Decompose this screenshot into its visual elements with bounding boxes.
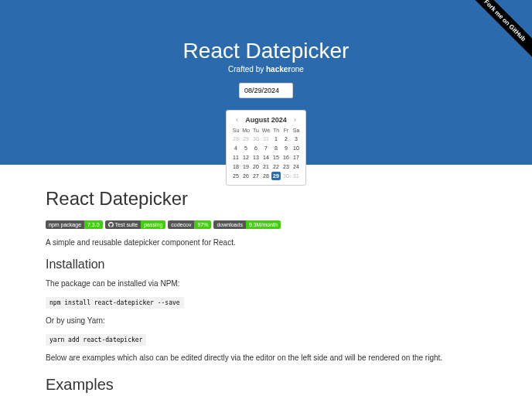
dow-header: Su [231, 127, 240, 134]
calendar-day[interactable]: 30 [281, 172, 291, 180]
calendar-day[interactable]: 1 [271, 135, 281, 143]
calendar-day[interactable]: 30 [251, 135, 261, 143]
calendar-day[interactable]: 11 [231, 153, 240, 162]
badge[interactable]: codecov97% [168, 220, 211, 229]
calendar-day[interactable]: 24 [292, 162, 301, 171]
calendar-day[interactable]: 12 [241, 153, 251, 162]
dow-header: We [261, 127, 271, 134]
calendar-day[interactable]: 29 [271, 172, 281, 180]
date-input[interactable] [239, 83, 293, 98]
install-text-npm: The package can be installed via NPM: [46, 279, 486, 288]
install-text-yarn: Or by using Yarn: [46, 316, 486, 325]
calendar-day[interactable]: 23 [281, 162, 291, 171]
calendar-day[interactable]: 20 [251, 162, 261, 171]
calendar-day[interactable]: 16 [281, 153, 291, 162]
npm-command: npm install react-datepicker --save [46, 297, 184, 309]
calendar-day[interactable]: 31 [292, 172, 301, 180]
dow-header: Tu [251, 127, 261, 134]
calendar-day[interactable]: 29 [241, 135, 251, 143]
examples-heading: Examples [46, 376, 486, 394]
badge[interactable]: downloads9.3M/month [213, 220, 280, 229]
github-ribbon[interactable]: Fork me on GitHub [455, 0, 532, 77]
calendar-day[interactable]: 17 [292, 153, 301, 162]
calendar-day[interactable]: 8 [271, 144, 281, 152]
dow-header: Fr [281, 127, 291, 134]
prev-month-button[interactable]: ‹ [233, 115, 241, 124]
calendar-day[interactable]: 28 [261, 172, 271, 180]
calendar-day[interactable]: 10 [292, 144, 301, 152]
dow-header: Th [271, 127, 281, 134]
calendar-day[interactable]: 9 [281, 144, 291, 152]
calendar-day[interactable]: 15 [271, 153, 281, 162]
calendar-day[interactable]: 27 [251, 172, 261, 180]
install-text-examples: Below are examples which also can be edi… [46, 353, 486, 362]
calendar-day[interactable]: 22 [271, 162, 281, 171]
calendar-day[interactable]: 6 [251, 144, 261, 152]
description: A simple and reusable datepicker compone… [46, 238, 486, 247]
page-title: React Datepicker [46, 188, 486, 210]
calendar-day[interactable]: 7 [261, 144, 271, 152]
hero-title: React Datepicker [0, 39, 532, 63]
badges-row: npm package7.3.0Test suitepassingcodecov… [46, 220, 486, 229]
calendar-day[interactable]: 4 [231, 144, 240, 152]
installation-heading: Installation [46, 258, 486, 271]
hero-subtitle: Crafted by hackerone [0, 65, 532, 73]
calendar-day[interactable]: 13 [251, 153, 261, 162]
calendar-day[interactable]: 19 [241, 162, 251, 171]
calendar-day[interactable]: 18 [231, 162, 240, 171]
github-ribbon-text: Fork me on GitHub [465, 0, 532, 60]
calendar-day[interactable]: 3 [292, 135, 301, 143]
badge[interactable]: Test suitepassing [105, 220, 166, 229]
badge[interactable]: npm package7.3.0 [46, 220, 103, 229]
calendar-day[interactable]: 21 [261, 162, 271, 171]
calendar-day[interactable]: 31 [261, 135, 271, 143]
month-label: August 2024 [245, 116, 287, 124]
hero-section: React Datepicker Crafted by hackerone ‹ … [0, 0, 532, 165]
calendar-day[interactable]: 5 [241, 144, 251, 152]
calendar-day[interactable]: 26 [241, 172, 251, 180]
calendar-day[interactable]: 25 [231, 172, 240, 180]
dow-header: Sa [292, 127, 301, 134]
calendar-popup: ‹ August 2024 › SuMoTuWeThFrSa2829303112… [226, 110, 306, 186]
calendar-day[interactable]: 2 [281, 135, 291, 143]
calendar-day[interactable]: 14 [261, 153, 271, 162]
calendar-day[interactable]: 28 [231, 135, 240, 143]
yarn-command: yarn add react-datepicker [46, 334, 146, 346]
dow-header: Mo [241, 127, 251, 134]
next-month-button[interactable]: › [291, 115, 299, 124]
